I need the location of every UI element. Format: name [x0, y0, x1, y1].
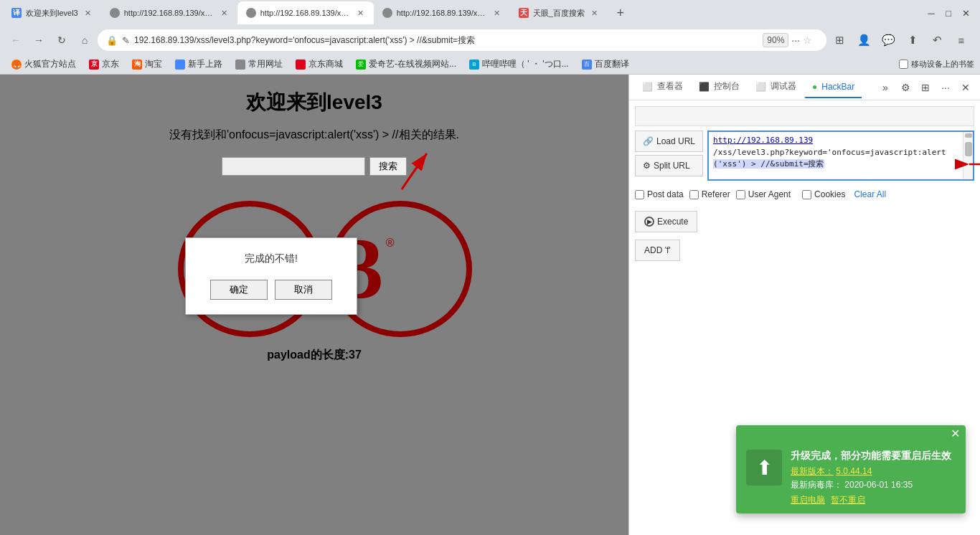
tab-5-label: 天眼_百度搜索 — [533, 8, 585, 19]
history-icon[interactable]: ↶ — [927, 30, 947, 50]
bookmark-jd[interactable]: 京 京东 — [83, 56, 125, 73]
browser-menu[interactable]: ≡ — [951, 30, 971, 50]
toast-header: ✕ — [736, 425, 966, 442]
devtools-tab-console[interactable]: ⬛ 控制台 — [692, 77, 747, 98]
profile-icon[interactable]: 👤 — [854, 30, 874, 50]
bookmark-common[interactable]: 常用网址 — [230, 56, 288, 73]
refresh-button[interactable]: ↻ — [52, 30, 72, 50]
url-scrollbar[interactable] — [963, 132, 973, 179]
back-button[interactable]: ← — [6, 30, 26, 50]
tab-5-favicon: 天 — [519, 8, 529, 18]
tab-5[interactable]: 天 天眼_百度搜索 ✕ — [510, 1, 608, 24]
tab-2[interactable]: http://192.168.89.139/xss... ✕ — [101, 1, 237, 24]
add-button[interactable]: ADD 'f' — [635, 240, 680, 261]
tab-3-favicon — [246, 8, 256, 18]
bookmark-huhu[interactable]: 🦊 火狐官方站点 — [6, 56, 82, 73]
post-data-input[interactable] — [635, 190, 644, 199]
tab-4[interactable]: http://192.168.89.139/xss... ✕ — [374, 1, 510, 24]
url-text-params: ('xss') > //&submit=搜索 — [713, 159, 824, 169]
tab-1-close[interactable]: ✕ — [83, 7, 94, 19]
bookmark-taobao[interactable]: 淘 淘宝 — [126, 56, 168, 73]
dialog-buttons: 确定 取消 — [200, 280, 342, 300]
page-title: 欢迎来到level3 — [246, 89, 382, 116]
search-button[interactable]: 搜索 — [369, 157, 407, 176]
browser-toolbar: ⊞ 👤 💬 ⬆ ↶ ≡ — [829, 30, 974, 50]
bookmark-newbie[interactable]: 新手上路 — [169, 56, 228, 73]
forward-button[interactable]: → — [29, 30, 49, 50]
hackbar-url-container: http://192.168.89.139 /xss/level3.php?ke… — [707, 131, 974, 181]
no-restart-link[interactable]: 暂不重启 — [831, 494, 865, 506]
bookmark-baidu-translate[interactable]: 百 百度翻译 — [576, 56, 635, 73]
tab-4-close[interactable]: ✕ — [491, 7, 503, 19]
tab-1[interactable]: 译 欢迎来到level3 ✕ — [3, 1, 101, 24]
bookmark-jdshop[interactable]: 京东商城 — [290, 56, 349, 73]
address-input-container[interactable]: 🔒 ✎ 192.168.89.139/xss/level3.php?keywor… — [98, 29, 826, 51]
execute-icon: ▶ — [644, 217, 654, 227]
debugger-icon: ⬜ — [755, 82, 766, 92]
page-subtitle: 没有找到和'onfocus=javascript:alert('xss') > … — [169, 128, 459, 143]
cookies-checkbox[interactable]: Cookies — [802, 189, 845, 199]
tab-4-favicon — [382, 8, 392, 18]
devtools-close-button[interactable]: ✕ — [957, 79, 974, 96]
load-url-button[interactable]: 🔗 Load URL — [635, 131, 703, 152]
dialog-cancel-button[interactable]: 取消 — [275, 280, 332, 300]
hackbar-icon: ● — [812, 82, 817, 92]
inspector-icon: ⬜ — [642, 82, 653, 92]
devtools-more-button[interactable]: » — [877, 79, 894, 96]
share-icon[interactable]: ⬆ — [903, 30, 923, 50]
dialog-confirm-button[interactable]: 确定 — [210, 280, 268, 300]
devtools-tab-inspector[interactable]: ⬜ 查看器 — [635, 77, 690, 98]
tab-2-close[interactable]: ✕ — [219, 7, 230, 19]
bookmark-bilibili[interactable]: B 哔哩哔哩（ ' ・ 'つ口... — [463, 56, 575, 73]
devtools-layout-button[interactable]: ⊞ — [917, 79, 934, 96]
referer-checkbox[interactable]: Referer — [689, 189, 730, 199]
collections-icon[interactable]: ⊞ — [829, 30, 849, 50]
bookmarks-bar: 🦊 火狐官方站点 京 京东 淘 淘宝 新手上路 常用网址 京东商城 爱 爱奇艺-… — [0, 55, 980, 75]
hackbar-url-text[interactable]: http://192.168.89.139 /xss/level3.php?ke… — [709, 132, 963, 179]
split-url-button[interactable]: ⚙ Split URL — [635, 155, 703, 176]
chat-icon[interactable]: 💬 — [878, 30, 898, 50]
user-agent-input[interactable] — [736, 190, 745, 199]
devtools-tab-hackbar[interactable]: ● HackBar — [805, 77, 862, 98]
restart-link[interactable]: 重启电脑 — [791, 494, 825, 506]
devtools-tabs: ⬜ 查看器 ⬛ 控制台 ⬜ 调试器 ● HackBar » ⚙ — [629, 75, 980, 100]
search-input[interactable] — [222, 157, 365, 176]
bookmark-icon[interactable]: ☆ — [803, 34, 812, 46]
clear-all-link[interactable]: Clear All — [854, 189, 886, 199]
tab-5-close[interactable]: ✕ — [589, 7, 600, 19]
alert-dialog: 完成的不错! 确定 取消 — [185, 237, 357, 315]
dialog-message: 完成的不错! — [200, 252, 342, 265]
devtools-settings-button[interactable]: ⚙ — [897, 79, 914, 96]
close-window-button[interactable]: ✕ — [960, 7, 971, 19]
notification-toast: ✕ ⬆ 升级完成，部分功能需要重启后生效 最新版本： 5.0.44.14 最新病… — [736, 425, 966, 513]
scroll-thumb — [965, 142, 972, 156]
devtools-toolbar-right: » ⚙ ⊞ ··· ✕ — [877, 79, 974, 96]
zoom-level[interactable]: 90% — [763, 33, 788, 47]
user-agent-checkbox[interactable]: User Agent — [736, 189, 791, 199]
devtools-options-button[interactable]: ··· — [937, 79, 954, 96]
window-controls: ─ □ ✕ — [925, 7, 977, 19]
referer-input[interactable] — [689, 190, 699, 199]
hackbar-search-bar[interactable] — [635, 106, 974, 126]
version-number[interactable]: 5.0.44.14 — [836, 466, 872, 476]
new-tab-button[interactable]: + — [611, 3, 631, 23]
hackbar-action-row: ▶ Execute — [635, 211, 974, 232]
home-button[interactable]: ⌂ — [75, 30, 95, 50]
execute-button[interactable]: ▶ Execute — [635, 211, 697, 232]
url-text-highlighted: http://192.168.89.139 — [713, 136, 813, 145]
minimize-button[interactable]: ─ — [925, 7, 937, 19]
tab-3-close[interactable]: ✕ — [355, 7, 367, 19]
post-data-checkbox[interactable]: Post data — [635, 189, 684, 199]
tab-3[interactable]: http://192.168.89.139/xss... ✕ — [237, 1, 374, 24]
cookies-input[interactable] — [802, 190, 811, 199]
mobile-bookmark-checkbox[interactable] — [899, 60, 908, 69]
toast-close-button[interactable]: ✕ — [951, 428, 960, 440]
maximize-button[interactable]: □ — [943, 7, 954, 19]
mobile-bookmark[interactable]: 移动设备上的书签 — [899, 59, 974, 70]
devtools-tab-debugger[interactable]: ⬜ 调试器 — [748, 77, 804, 98]
more-options-icon[interactable]: ··· — [791, 34, 800, 46]
split-url-icon: ⚙ — [643, 161, 651, 171]
scroll-up — [965, 133, 972, 138]
bookmark-iqiyi[interactable]: 爱 爱奇艺-在线视频网站... — [350, 56, 462, 73]
toast-virus-line: 最新病毒库： 2020-06-01 16:35 — [791, 479, 956, 491]
